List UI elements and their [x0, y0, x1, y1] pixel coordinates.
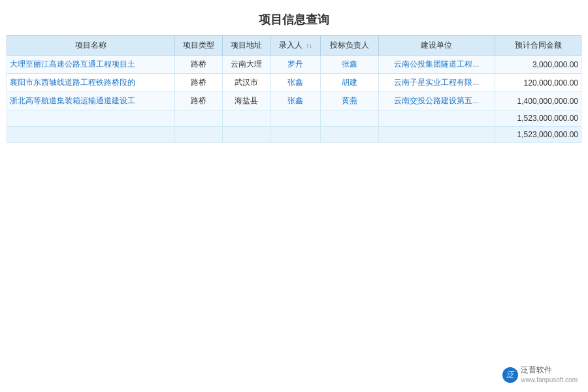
subtotal-empty-4 — [320, 110, 378, 127]
col-header-construction-unit: 建设单位 — [378, 36, 495, 56]
cell-bid-manager[interactable]: 胡建 — [320, 74, 378, 92]
cell-bid-manager[interactable]: 黄燕 — [320, 92, 378, 110]
subtotal-empty-3 — [270, 110, 320, 127]
subtotal-amount: 1,523,000,000.00 — [495, 110, 581, 127]
total-empty-4 — [320, 127, 378, 143]
cell-project-type: 路桥 — [175, 92, 223, 110]
total-row: 1,523,000,000.00 — [7, 127, 581, 143]
cell-project-name[interactable]: 浙北高等航道集装箱运输通道建设工 — [7, 92, 175, 110]
total-empty-2 — [223, 127, 270, 143]
total-empty-3 — [270, 127, 320, 143]
cell-bid-manager[interactable]: 张鑫 — [320, 56, 378, 74]
cell-estimated-amount: 1,400,000,000.00 — [495, 92, 581, 110]
subtotal-empty-2 — [223, 110, 270, 127]
cell-project-type: 路桥 — [175, 56, 223, 74]
watermark-top: 泛普软件 — [521, 365, 578, 376]
project-table: 项目名称 项目类型 项目地址 录入人 ↑↓ 投标负责人 — [7, 35, 581, 143]
cell-project-location: 武汉市 — [223, 74, 270, 92]
cell-project-name[interactable]: 襄阳市东西轴线道路工程铁路桥段的 — [7, 74, 175, 92]
table-row: 浙北高等航道集装箱运输通道建设工路桥海盐县张鑫黄燕云南交投公路建设第五...1,… — [7, 92, 581, 110]
col-header-recorder[interactable]: 录入人 ↑↓ — [270, 36, 320, 56]
cell-construction-unit[interactable]: 云南公投集团隧道工程... — [378, 56, 495, 74]
table-row: 大理至丽江高速公路互通工程项目土路桥云南大理罗丹张鑫云南公投集团隧道工程...3… — [7, 56, 581, 74]
cell-estimated-amount: 120,000,000.00 — [495, 74, 581, 92]
subtotal-empty-5 — [378, 110, 495, 127]
table-header-row: 项目名称 项目类型 项目地址 录入人 ↑↓ 投标负责人 — [7, 36, 581, 56]
table-wrapper: 项目名称 项目类型 项目地址 录入人 ↑↓ 投标负责人 — [0, 35, 588, 143]
cell-estimated-amount: 3,000,000.00 — [495, 56, 581, 74]
col-header-project-type: 项目类型 — [175, 36, 223, 56]
subtotal-empty-0 — [7, 110, 175, 127]
col-header-project-name: 项目名称 — [7, 36, 175, 56]
cell-project-name[interactable]: 大理至丽江高速公路互通工程项目土 — [7, 56, 175, 74]
total-amount: 1,523,000,000.00 — [495, 127, 581, 143]
recorder-sort-icon: ↑↓ — [306, 42, 312, 49]
cell-project-type: 路桥 — [175, 74, 223, 92]
watermark-bottom: www.fanpusoft.com — [521, 376, 578, 384]
watermark-text: 泛普软件 www.fanpusoft.com — [521, 365, 578, 384]
cell-recorder[interactable]: 罗丹 — [270, 56, 320, 74]
page-container: 项目信息查询 项目名称 项目类型 项目地址 录入人 ↑↓ — [0, 0, 588, 392]
cell-construction-unit[interactable]: 云南子星实业工程有限... — [378, 74, 495, 92]
watermark-icon: 泛 — [502, 367, 518, 383]
cell-recorder[interactable]: 张鑫 — [270, 74, 320, 92]
col-header-estimated-amount: 预计合同金额 — [495, 36, 581, 56]
total-empty-1 — [175, 127, 223, 143]
table-row: 襄阳市东西轴线道路工程铁路桥段的路桥武汉市张鑫胡建云南子星实业工程有限...12… — [7, 74, 581, 92]
col-header-project-location: 项目地址 — [223, 36, 270, 56]
subtotal-row: 1,523,000,000.00 — [7, 110, 581, 127]
subtotal-empty-1 — [175, 110, 223, 127]
cell-project-location: 云南大理 — [223, 56, 270, 74]
page-title: 项目信息查询 — [0, 0, 588, 35]
cell-project-location: 海盐县 — [223, 92, 270, 110]
total-empty-5 — [378, 127, 495, 143]
watermark: 泛 泛普软件 www.fanpusoft.com — [502, 365, 578, 384]
cell-construction-unit[interactable]: 云南交投公路建设第五... — [378, 92, 495, 110]
cell-recorder[interactable]: 张鑫 — [270, 92, 320, 110]
col-header-bid-manager: 投标负责人 — [320, 36, 378, 56]
total-empty-0 — [7, 127, 175, 143]
